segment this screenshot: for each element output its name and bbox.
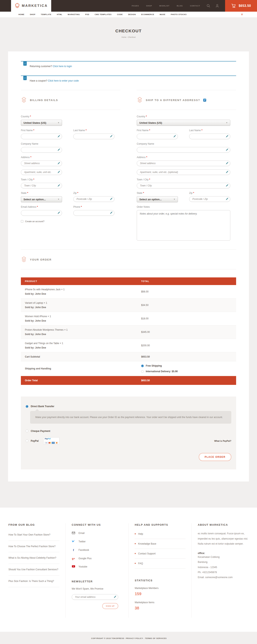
shipping-apartment-input[interactable]: [137, 169, 230, 175]
subnav-design[interactable]: DESIGN: [128, 14, 136, 16]
international-delivery-option[interactable]: International Delivery: $5.90: [141, 370, 232, 373]
free-shipping-option[interactable]: Free Shipping: [141, 364, 232, 367]
subnav-muse[interactable]: MUSE: [160, 14, 165, 16]
mastercard-icon: [48, 442, 52, 444]
billing-town-input[interactable]: [21, 183, 62, 188]
social-facebook-link[interactable]: f Facebook: [72, 546, 122, 554]
bank-transfer-option[interactable]: Direct Bank Transfer: [26, 405, 231, 408]
nav-contact[interactable]: CONTACT: [190, 5, 200, 7]
blog-post-link[interactable]: How To Start Your Own Fashion Store?: [8, 529, 60, 541]
marketplace-members-count: 159: [135, 592, 186, 596]
pen-icon: [226, 170, 228, 173]
social-twitter-link[interactable]: Twitter: [72, 537, 122, 546]
billing-last-name-field: Last Name *: [73, 129, 114, 139]
account-icon[interactable]: [216, 4, 219, 8]
nav-pages[interactable]: PAGES: [132, 5, 139, 7]
paypal-option[interactable]: PayPal PayPal VISA AMEX What is PayPal?: [26, 437, 231, 444]
order-total-label: Order Total: [21, 376, 137, 385]
login-link[interactable]: Click here to login: [53, 65, 72, 68]
logo[interactable]: MARKETICA: [11, 0, 51, 12]
billing-email-input[interactable]: [21, 210, 62, 216]
help-link[interactable]: FAQ: [135, 559, 186, 568]
pen-icon: [226, 198, 228, 200]
search-icon[interactable]: [206, 4, 210, 8]
shipping-column: SHIP TO A DIFFERENT ADDRESS? ✓ Country *…: [137, 90, 236, 242]
help-link[interactable]: Help: [135, 529, 186, 539]
create-account-checkbox[interactable]: [21, 220, 23, 222]
subnav-psd[interactable]: PSD: [85, 14, 89, 16]
subnav-template[interactable]: TEMPLATE: [41, 14, 52, 16]
order-item-row: Proton Absolute Wordpress Themes × 1 Sol…: [21, 326, 236, 339]
place-order-button[interactable]: PLACE ORDER: [199, 453, 231, 461]
free-shipping-radio[interactable]: [141, 364, 144, 367]
cheque-payment-option[interactable]: Cheque Payment: [26, 430, 231, 432]
shipping-company-input[interactable]: [137, 147, 230, 153]
subnav-html[interactable]: HTML: [57, 14, 62, 16]
help-link[interactable]: Knowladge Base: [135, 539, 186, 549]
billing-phone-input[interactable]: [73, 210, 114, 216]
newsletter-signup-button[interactable]: SIGN UP: [102, 603, 118, 609]
billing-company-input[interactable]: [21, 147, 62, 153]
bank-transfer-radio[interactable]: [26, 405, 28, 408]
page-title: CHECKOUT: [0, 28, 257, 33]
breadcrumb-home[interactable]: Home: [122, 36, 126, 38]
billing-street-input[interactable]: [21, 160, 62, 166]
subnav-ecommerce[interactable]: ECOMMERCE: [141, 14, 154, 16]
shipping-label: Shipping and Handling: [21, 361, 137, 376]
chevron-down-icon: ▼: [58, 122, 60, 124]
social-googleplus-link[interactable]: g+ Google Plus: [72, 554, 122, 563]
cart-subtotal-label: Cart Subtotal: [21, 352, 137, 361]
shipping-fields: Country * United States (US) ▼ First Nam…: [137, 110, 236, 242]
shipping-street-input[interactable]: [137, 160, 230, 166]
cheque-radio[interactable]: [26, 430, 28, 432]
nav-shop[interactable]: SHOP: [146, 5, 152, 7]
subnav-home[interactable]: HOME: [18, 14, 24, 16]
shipping-zip-input[interactable]: [189, 196, 230, 202]
billing-first-name-input[interactable]: [21, 134, 62, 139]
nav-wishlist[interactable]: WISHLIST: [159, 5, 170, 7]
subnav-code[interactable]: CODE: [117, 14, 123, 16]
international-delivery-radio[interactable]: [141, 370, 144, 373]
order-notes-textarea[interactable]: [137, 210, 230, 241]
office-phone-line: Ph. +6212345678: [198, 570, 248, 575]
billing-country-select[interactable]: United States (US) ▼: [21, 120, 62, 126]
billing-apartment-input[interactable]: [21, 169, 62, 175]
billing-company-field: Company Name: [21, 142, 62, 153]
pen-icon: [58, 148, 60, 151]
subnav-photo-stocks[interactable]: PHOTO STOCKS: [171, 14, 187, 16]
billing-state-select[interactable]: Select an option... ▼: [21, 196, 62, 202]
subnav-cms-templates[interactable]: CMS TEMPLATES: [95, 14, 112, 16]
blog-post-link[interactable]: How To Choose The Perfect Fashion Store?: [8, 541, 60, 552]
more-categories-chevron-icon[interactable]: [241, 13, 243, 16]
blog-post-link[interactable]: Should You Use Fashion Consultant Servic…: [8, 564, 60, 576]
coupon-link[interactable]: Click here to enter your code: [48, 79, 79, 82]
returning-customer-notice: i Returning customer? Click here to logi…: [21, 61, 236, 70]
billing-zip-input[interactable]: [73, 196, 114, 202]
help-link[interactable]: Contact Support: [135, 549, 186, 559]
shipping-last-name-input[interactable]: [189, 134, 230, 139]
category-nav: HOME SHOP TEMPLATE HTML MARKETING PSD CM…: [0, 12, 257, 17]
social-email-link[interactable]: Email: [72, 529, 122, 537]
what-is-paypal-link[interactable]: What is PayPal?: [214, 440, 231, 442]
cart-subtotal-value: $653.50: [137, 352, 236, 361]
ship-different-checkbox[interactable]: ✓: [203, 99, 206, 102]
office-address-line: Kecamatan Coblong: [198, 554, 248, 560]
paypal-radio[interactable]: [26, 440, 28, 442]
social-youtube-link[interactable]: Youtube: [72, 563, 122, 571]
blog-post-link[interactable]: Plus Size Fashion: Is There Such a Thing…: [8, 576, 60, 587]
nav-blog[interactable]: BLOG: [177, 5, 183, 7]
subnav-marketing[interactable]: MARKETING: [68, 14, 80, 16]
billing-last-name-input[interactable]: [73, 134, 114, 139]
shipping-address2-field: [137, 169, 230, 175]
subnav-shop[interactable]: SHOP: [30, 14, 35, 16]
cart-button[interactable]: $653.50: [225, 0, 257, 12]
shipping-town-input[interactable]: [137, 183, 230, 188]
shipping-country-select[interactable]: United States (US) ▼: [137, 120, 230, 126]
shipping-company-field: Company Name: [137, 142, 230, 153]
newsletter-email-input[interactable]: [72, 594, 118, 600]
shipping-first-name-input[interactable]: [137, 134, 178, 139]
shipping-address-field: Address *: [137, 156, 230, 166]
blog-post-link[interactable]: What is So Alluring About Celebrity Fash…: [8, 552, 60, 564]
legal-links[interactable]: PRIVACY POLICY . TERMS OF SERVICES: [126, 637, 167, 640]
shipping-state-select[interactable]: Select an option... ▼: [137, 196, 178, 202]
